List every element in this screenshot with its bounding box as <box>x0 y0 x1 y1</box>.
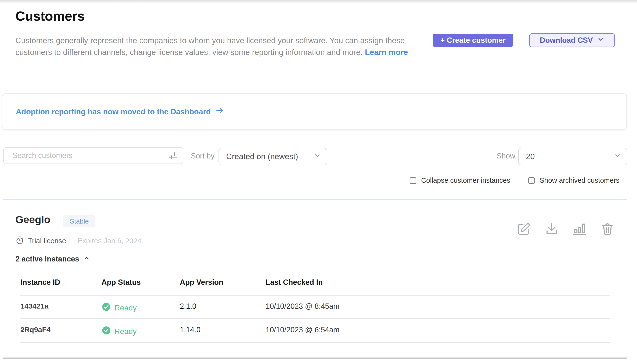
edit-customer-button[interactable] <box>517 222 531 236</box>
customer-reporting-button[interactable] <box>573 222 586 236</box>
instance-id: 2Rq9aF4 <box>21 326 51 334</box>
adoption-banner-link[interactable]: Adoption reporting has now moved to the … <box>16 107 211 116</box>
instance-last-checked-in: 10/10/2023 @ 6:54am <box>266 326 339 334</box>
page-description: Customers generally represent the compan… <box>15 34 417 58</box>
section-divider <box>3 199 627 200</box>
download-csv-label: Download CSV <box>540 36 593 45</box>
table-header-app-version: App Version <box>180 278 223 287</box>
instance-version: 1.14.0 <box>180 326 200 334</box>
show-archived-checkbox[interactable] <box>528 177 535 184</box>
page-description-text: Customers generally represent the compan… <box>15 36 405 57</box>
show-select[interactable]: 20 <box>518 148 627 165</box>
download-customer-button[interactable] <box>545 222 559 236</box>
customer-actions <box>517 222 614 236</box>
bar-chart-icon <box>573 233 586 237</box>
collapse-instances-option[interactable]: Collapse customer instances <box>409 176 510 184</box>
show-archived-option[interactable]: Show archived customers <box>528 176 619 184</box>
channel-badge[interactable]: Stable <box>63 215 95 228</box>
status-badge: Ready <box>101 326 137 337</box>
table-header-app-status: App Status <box>101 278 141 287</box>
page-title: Customers <box>15 8 85 24</box>
chevron-down-icon <box>314 152 321 161</box>
check-circle-icon <box>101 302 111 314</box>
show-label: Show <box>497 152 515 160</box>
license-type: Trial license <box>28 237 66 245</box>
sort-by-label: Sort by <box>191 152 215 160</box>
instance-version: 2.1.0 <box>180 302 196 311</box>
chevron-up-icon <box>83 254 90 264</box>
table-divider <box>21 342 610 343</box>
status-label: Ready <box>114 327 137 336</box>
table-header-instance-id: Instance ID <box>21 278 60 287</box>
adoption-banner[interactable]: Adoption reporting has now moved to the … <box>2 94 627 130</box>
instance-status: Ready <box>101 302 137 314</box>
instance-status: Ready <box>101 326 137 337</box>
instances-toggle-label: 2 active instances <box>15 255 79 264</box>
show-archived-label: Show archived customers <box>540 176 619 184</box>
instance-last-checked-in: 10/10/2023 @ 8:45am <box>266 302 339 311</box>
instance-id: 143421a <box>21 302 49 310</box>
customer-name[interactable]: Geeglo <box>15 214 51 226</box>
search-input[interactable] <box>3 147 183 164</box>
stopwatch-icon <box>15 236 24 246</box>
create-customer-button[interactable]: + Create customer <box>433 34 513 47</box>
status-label: Ready <box>114 304 137 312</box>
collapse-instances-checkbox[interactable] <box>409 177 416 184</box>
learn-more-link[interactable]: Learn more <box>365 48 408 57</box>
sort-select-value: Created on (newest) <box>226 152 298 161</box>
search-customers <box>3 147 183 164</box>
sort-select[interactable]: Created on (newest) <box>219 148 327 165</box>
chevron-down-icon <box>614 152 621 161</box>
customer-card-divider <box>3 358 627 359</box>
customers-page: Customers Customers generally represent … <box>0 0 637 364</box>
check-circle-icon <box>101 326 111 337</box>
license-row: Trial license Expires Jan 6, 2024 <box>15 236 141 246</box>
license-expiry: Expires Jan 6, 2024 <box>78 237 141 245</box>
trash-icon <box>600 233 614 237</box>
edit-icon <box>517 233 531 237</box>
arrow-right-icon <box>215 106 224 117</box>
table-header-last-checked-in: Last Checked In <box>266 278 323 287</box>
download-icon <box>545 233 559 237</box>
table-divider <box>21 295 610 296</box>
chevron-down-icon <box>597 36 604 45</box>
top-shadow <box>0 0 637 3</box>
download-csv-button[interactable]: Download CSV <box>529 33 615 47</box>
sliders-icon[interactable] <box>168 151 178 161</box>
delete-customer-button[interactable] <box>600 222 614 236</box>
show-select-value: 20 <box>526 152 535 161</box>
collapse-instances-label: Collapse customer instances <box>421 176 510 184</box>
table-divider <box>21 318 610 319</box>
instances-toggle[interactable]: 2 active instances <box>15 254 90 264</box>
status-badge: Ready <box>101 302 137 314</box>
